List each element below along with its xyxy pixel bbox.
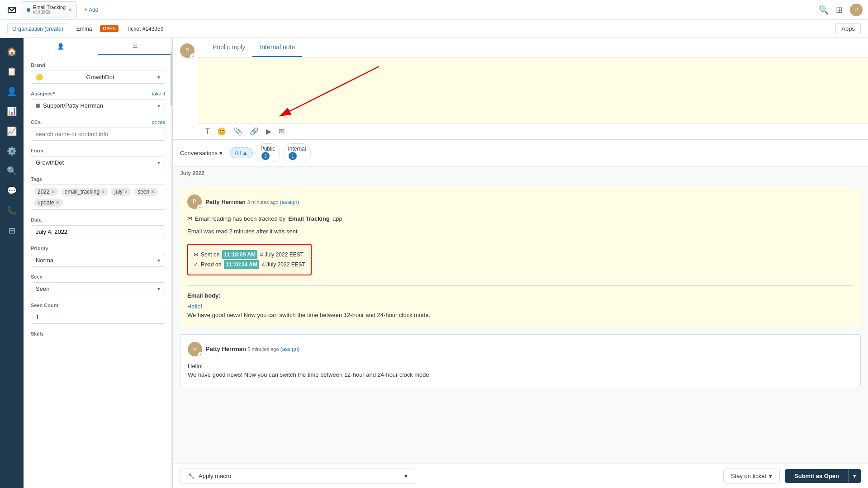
divider-1 [187, 285, 854, 286]
filter-public[interactable]: Public 3 [256, 143, 280, 162]
close-icon[interactable]: × [68, 6, 72, 14]
messages-list: P + Patty Herrman 3 minutes ago (assign)… [173, 180, 868, 464]
top-bar: Email Tracking #143959 × + Add 🔍 ⊞ P [0, 0, 868, 20]
nav-reports-icon[interactable]: 📊 [4, 103, 20, 119]
message-1: P + Patty Herrman 3 minutes ago (assign)… [180, 187, 861, 327]
apply-macro-button[interactable]: 🔧 Apply macro ▾ [180, 469, 415, 483]
search-icon[interactable]: 🔍 [819, 5, 829, 15]
macro-icon: 🔧 [188, 473, 195, 479]
priority-field: Priority Normal ▾ [31, 246, 165, 267]
submit-button[interactable]: Submit as Open [785, 469, 848, 483]
ccs-search-input[interactable] [31, 128, 165, 141]
nav-chat-icon[interactable]: 💬 [4, 183, 20, 199]
reply-editor[interactable] [198, 57, 868, 123]
seen-count-input[interactable] [31, 311, 165, 324]
nav-search2-icon[interactable]: 🔍 [4, 163, 20, 179]
apps-button[interactable]: Apps [835, 23, 861, 34]
attachment-icon[interactable]: 📎 [233, 127, 242, 136]
priority-label: Priority [31, 246, 165, 251]
tag-remove-seen[interactable]: × [151, 189, 154, 195]
nav-phone-icon[interactable]: 📞 [4, 203, 20, 219]
msg2-avatar-plus: + [198, 352, 203, 357]
message-1-header: P + Patty Herrman 3 minutes ago (assign) [187, 194, 854, 209]
brand-value: GrowthDot [86, 74, 114, 81]
main-layout: 🏠 📋 👤 📊 📈 ⚙️ 🔍 💬 📞 ⊞ 👤 ☰ Brand 🟡 GrowthD… [0, 38, 868, 488]
svg-rect-0 [5, 4, 18, 16]
tab-dot [27, 8, 30, 12]
apps-grid-icon[interactable]: ⊞ [836, 5, 843, 15]
msg1-hello: Hello! [187, 302, 854, 311]
nav-home-icon[interactable]: 🏠 [4, 43, 20, 60]
bc-user[interactable]: Emma [72, 24, 97, 34]
link-icon[interactable]: 🔗 [250, 127, 259, 136]
tag-remove-email-tracking[interactable]: × [101, 189, 104, 195]
tab-public-reply[interactable]: Public reply [205, 38, 252, 57]
sidebar-tab-user[interactable]: 👤 [24, 38, 98, 55]
nav-grid-icon[interactable]: ⊞ [4, 223, 20, 239]
tag-remove-2022[interactable]: × [52, 189, 55, 195]
check-icon: ✓ [194, 261, 198, 269]
assignee-value: Support/Patty Herrman [43, 102, 103, 109]
take-it-link[interactable]: take it [152, 91, 165, 96]
seen-count-field: Seen Count [31, 303, 165, 324]
assignee-status-dot [36, 104, 40, 108]
app-suffix: app [332, 214, 342, 223]
sidebar: 👤 ☰ Brand 🟡 GrowthDot ▾ Assignee* take i… [24, 38, 173, 488]
macro-label: Apply macro [199, 473, 231, 479]
user-avatar[interactable]: P [850, 4, 863, 16]
tag-remove-update[interactable]: × [56, 199, 59, 206]
month-label: July 2022 [173, 166, 868, 180]
internal-count: 1 [289, 152, 297, 160]
msg2-body: Hello! We have good news! Now you can sw… [188, 362, 853, 379]
tab-internal-note[interactable]: Internal note [252, 38, 302, 57]
msg1-body: ✉ Email reading has been tracked by Emai… [187, 214, 854, 320]
conversations-label[interactable]: Conversations ▾ [180, 150, 223, 156]
sidebar-scrollbar[interactable] [171, 38, 172, 488]
cc-me-link[interactable]: cc me [152, 119, 165, 125]
brand-select[interactable]: 🟡 GrowthDot ▾ [31, 71, 165, 84]
emoji-icon[interactable]: 😊 [217, 127, 226, 136]
add-button[interactable]: + Add [81, 5, 102, 15]
seen-select[interactable]: Seen ▾ [31, 282, 165, 295]
nav-settings-icon[interactable]: ⚙️ [4, 143, 20, 159]
nav-tickets-icon[interactable]: 📋 [4, 63, 20, 80]
tracking-info-box: ✉ Sent on 11:18:09 AM 4 July 2022 EEST ✓… [187, 244, 312, 275]
msg2-assign-link[interactable]: (assign) [280, 346, 300, 352]
tag-remove-july[interactable]: × [124, 189, 128, 195]
logo-icon[interactable] [5, 4, 18, 16]
form-select[interactable]: GrowthDot ▾ [31, 156, 165, 169]
date-input[interactable] [31, 225, 165, 238]
left-nav: 🏠 📋 👤 📊 📈 ⚙️ 🔍 💬 📞 ⊞ [0, 38, 24, 488]
ticket-tab[interactable]: Email Tracking #143959 × [22, 1, 77, 18]
filter-internal[interactable]: Internal 1 [283, 143, 311, 162]
bc-ticket[interactable]: Ticket #143959 [122, 24, 168, 34]
format-text-icon[interactable]: T [205, 128, 210, 136]
ccs-label: CCs cc me [31, 119, 165, 125]
stay-on-ticket-button[interactable]: Stay on ticket ▾ [723, 469, 780, 483]
priority-select[interactable]: Normal ▾ [31, 254, 165, 267]
assignee-field: Assignee* take it Support/Patty Herrman … [31, 91, 165, 112]
bc-org[interactable]: Organization (create) [7, 24, 68, 34]
seen-label: Seen [31, 274, 165, 280]
video-icon[interactable]: ▶ [266, 127, 271, 136]
sent-label: Sent on [201, 251, 219, 259]
tag-july: july × [111, 188, 131, 196]
email-icon[interactable]: ✉ [279, 127, 285, 136]
tag-2022: 2022 × [34, 188, 58, 196]
skills-field: Skills [31, 331, 165, 336]
msg1-assign-link[interactable]: (assign) [280, 199, 299, 205]
seen-value: Seen [36, 285, 49, 292]
msg2-content: We have good news! Now you can switch th… [188, 370, 853, 379]
nav-stats-icon[interactable]: 📈 [4, 123, 20, 139]
tag-email-tracking: email_tracking × [61, 188, 108, 196]
bottom-bar: 🔧 Apply macro ▾ Stay on ticket ▾ Submit … [173, 464, 868, 488]
seen-count-label: Seen Count [31, 303, 165, 308]
filter-all[interactable]: All ▲ [230, 147, 253, 158]
assignee-select[interactable]: Support/Patty Herrman ▾ [31, 99, 165, 112]
conversation-filters: All ▲ Public 3 Internal 1 [230, 143, 311, 162]
nav-users-icon[interactable]: 👤 [4, 83, 20, 99]
message-2-header: P + Patty Herrman 5 minutes ago (assign) [188, 342, 853, 356]
breadcrumb: Organization (create) Emma OPEN Ticket #… [0, 20, 868, 38]
sidebar-tab-list[interactable]: ☰ [98, 38, 173, 55]
submit-dropdown-button[interactable]: ▾ [848, 469, 861, 483]
